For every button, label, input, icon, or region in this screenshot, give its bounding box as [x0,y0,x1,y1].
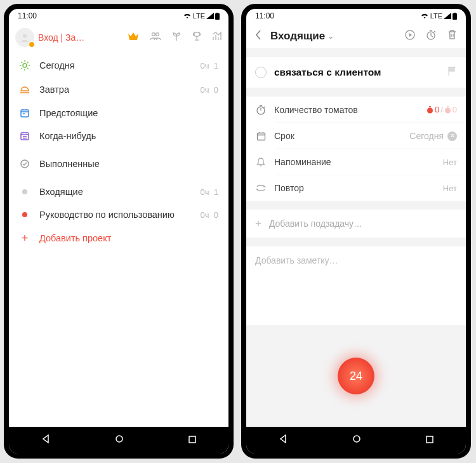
nav-home-icon[interactable] [115,434,124,446]
add-project[interactable]: + Добавить проект [9,226,228,250]
android-nav-bar [9,427,228,453]
row-pomodoro[interactable]: Количество томатов 0 / 0 [246,97,466,123]
pomodoro-value: 0 / 0 [426,105,457,114]
svg-point-9 [22,189,27,194]
status-icons: LTE [420,12,457,20]
start-timer-button[interactable]: 24 [338,358,374,394]
svg-point-4 [156,33,159,36]
svg-rect-13 [453,13,457,20]
svg-rect-12 [189,436,195,443]
task-title-row[interactable]: связаться с клиентом [246,57,466,88]
folder-guide[interactable]: Руководство по использованию 0ч 0 [9,203,228,226]
svg-point-10 [22,212,27,217]
svg-rect-1 [216,13,218,14]
calendar-icon [18,108,32,118]
crown-icon[interactable] [127,31,140,44]
sunset-icon [18,84,32,95]
clear-due-icon[interactable]: ✕ [447,131,457,141]
trophy-icon[interactable] [192,31,202,44]
add-subtask[interactable]: + Добавить подзадачу… [246,210,466,238]
folder-tomorrow[interactable]: Завтра 0ч 0 [9,77,228,102]
nav-recent-icon[interactable] [188,434,196,446]
bell-icon [255,157,267,167]
svg-point-19 [445,107,451,113]
svg-rect-22 [426,436,433,443]
folder-list: Сегодня 0ч 1 Завтра 0ч 0 Предстоящие Ког… [9,51,228,250]
folder-today[interactable]: Сегодня 0ч 1 [9,53,228,77]
plant-icon[interactable] [171,31,182,44]
row-repeat[interactable]: Повтор Нет [246,175,466,201]
avatar[interactable] [15,28,34,47]
header-title-dropdown[interactable]: Входящие ⌄ [270,30,334,43]
back-button[interactable] [255,30,261,43]
nav-back-icon[interactable] [41,434,50,446]
timer-area: 24 [246,325,466,427]
complete-checkbox[interactable] [255,67,267,78]
play-icon[interactable] [404,29,416,43]
sidebar-content: Вход | Зар… Сегодня 0ч 1 Завтра 0ч 0 [9,23,228,427]
svg-point-11 [116,436,122,442]
status-bar: 11:00 LTE [9,9,228,23]
svg-rect-20 [257,133,265,140]
svg-point-18 [427,107,433,113]
avatar-badge-icon [29,41,35,48]
stats-icon[interactable] [212,31,222,44]
stopwatch-icon [255,104,267,115]
status-time: 11:00 [255,11,274,20]
svg-rect-0 [215,13,220,20]
check-circle-icon [18,159,32,169]
dot-gray-icon [18,189,32,195]
plus-icon: + [18,232,32,244]
chevron-down-icon: ⌄ [327,32,334,41]
status-time: 11:00 [18,11,37,20]
status-icons: LTE [183,12,220,20]
trash-icon[interactable] [447,29,457,43]
task-detail-content: Входящие ⌄ связаться с клиентом Количест… [246,23,466,427]
people-icon[interactable] [150,31,161,44]
svg-rect-14 [454,13,456,14]
phone-right: 11:00 LTE Входящие ⌄ связаться с клиенто… [241,4,471,459]
row-reminder[interactable]: Напоминание Нет [246,149,466,175]
folder-upcoming[interactable]: Предстоящие [9,102,228,124]
repeat-icon [255,184,267,192]
status-bar: 11:00 LTE [246,9,466,23]
android-nav-bar [246,427,466,453]
svg-point-5 [23,64,27,67]
folder-someday[interactable]: Когда-нибудь [9,124,228,147]
calendar-due-icon [255,131,267,141]
timer-plus-icon[interactable] [426,29,437,43]
row-due[interactable]: Срок Сегодня ✕ [246,123,466,149]
nav-back-icon[interactable] [279,434,288,446]
folder-done[interactable]: Выполненные [9,152,228,175]
nav-home-icon[interactable] [352,434,361,446]
plus-icon: + [255,217,261,230]
phone-left: 11:00 LTE Вход | Зар… [4,4,234,459]
flag-icon[interactable] [447,66,457,79]
folder-inbox[interactable]: Входящие 0ч 1 [9,180,228,203]
note-field[interactable]: Добавить заметку… [246,246,466,325]
sidebar-header: Вход | Зар… [9,23,228,51]
svg-point-3 [152,33,155,36]
svg-point-21 [354,436,360,442]
svg-point-2 [23,34,27,38]
login-link[interactable]: Вход | Зар… [38,32,88,43]
task-header: Входящие ⌄ [246,23,466,48]
dot-red-icon [18,211,32,218]
calendar-someday-icon [18,131,32,141]
nav-recent-icon[interactable] [426,434,433,446]
task-title[interactable]: связаться с клиентом [274,67,440,78]
sun-icon [18,60,32,71]
